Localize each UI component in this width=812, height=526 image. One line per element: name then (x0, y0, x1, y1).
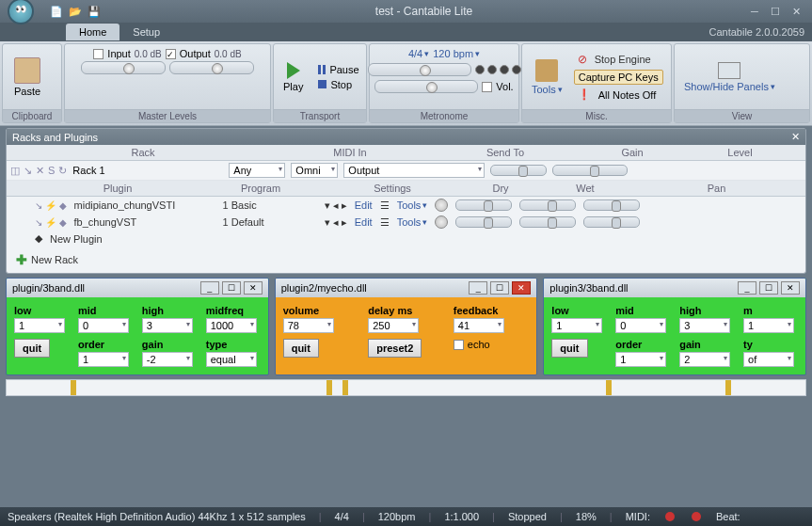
value-combo[interactable]: 1 (14, 318, 65, 333)
edit-link[interactable]: Edit (355, 216, 373, 228)
vol-check[interactable] (482, 82, 492, 92)
knob[interactable] (435, 199, 448, 212)
pan-slider[interactable] (583, 199, 640, 211)
new-rack-button[interactable]: ✚New Rack (7, 247, 805, 273)
tab-home[interactable]: Home (66, 24, 119, 40)
timeline[interactable] (6, 379, 806, 396)
close-icon[interactable]: ✕ (781, 281, 800, 295)
sendto-combo[interactable]: Output (343, 163, 485, 178)
minimize-icon[interactable]: ─ (746, 4, 763, 19)
metro-slider[interactable] (368, 63, 471, 76)
value-combo[interactable]: 0 (78, 318, 129, 333)
plugin-windows: plugin/3band.dll_☐✕low1mid0high3midfreq1… (6, 278, 806, 375)
panel-close-icon[interactable]: ✕ (791, 131, 800, 143)
value-combo[interactable]: 0 (615, 318, 666, 333)
plugin-row[interactable]: ↘ ⚡ ◆midipiano_chungVSTI1 Basic▾ ◂ ▸Edit… (7, 197, 805, 214)
tools-button[interactable]: Tools (526, 57, 568, 97)
tab-setup[interactable]: Setup (119, 24, 173, 40)
dry-slider[interactable] (455, 216, 512, 228)
audio-device: Speakers (Realtek High Definition Audio)… (8, 511, 306, 522)
value-combo[interactable]: -2 (142, 352, 193, 367)
quit-button[interactable]: quit (283, 339, 319, 358)
field: high3 (142, 305, 197, 333)
value-combo[interactable]: 1 (551, 318, 602, 333)
value-combo[interactable]: 78 (283, 318, 334, 333)
maximize-icon[interactable]: ☐ (222, 281, 241, 295)
field: high3 (679, 305, 734, 333)
capture-keys-button[interactable]: Capture PC Keys (574, 70, 663, 85)
value-combo[interactable]: 1 (78, 352, 129, 367)
pwin-title[interactable]: plugin2/myecho.dll_☐✕ (276, 279, 537, 297)
rack-row-icons[interactable]: ◫↘✕S↻ (10, 165, 67, 177)
midi-in-combo[interactable]: Any (229, 163, 285, 178)
knob[interactable] (435, 215, 448, 229)
echo-check[interactable] (454, 340, 464, 350)
save-icon[interactable]: 💾 (87, 4, 102, 19)
panels-button[interactable]: Show/Hide Panels (678, 60, 781, 94)
paste-button[interactable]: Paste (7, 57, 48, 97)
quit-button[interactable]: quit (551, 339, 587, 358)
tools-link[interactable]: Tools (397, 216, 428, 228)
close-icon[interactable]: ✕ (512, 281, 531, 295)
level-meter (552, 165, 628, 176)
midi-led (665, 512, 675, 521)
minimize-icon[interactable]: _ (738, 281, 756, 295)
pwin-title[interactable]: plugin3/3band.dll_☐✕ (544, 279, 805, 297)
rack-columns: Rack MIDI In Send To Gain Level (7, 145, 805, 161)
close-icon[interactable]: ✕ (788, 4, 804, 19)
output-slider[interactable] (169, 61, 254, 74)
rack-row[interactable]: ◫↘✕S↻ Rack 1 Any Omni Output (7, 161, 805, 181)
value-combo[interactable]: 1 (615, 352, 666, 367)
pan-slider[interactable] (583, 216, 640, 228)
value-combo[interactable]: 250 (368, 318, 419, 333)
input-check[interactable] (93, 49, 103, 59)
play-button[interactable]: Play (278, 60, 309, 94)
pause-button[interactable]: Pause (314, 63, 362, 76)
preset2-button[interactable]: preset2 (368, 339, 422, 358)
value-combo[interactable]: 1 (743, 318, 794, 333)
dry-slider[interactable] (455, 199, 512, 211)
value-combo[interactable]: 1000 (206, 318, 257, 333)
wet-slider[interactable] (519, 199, 576, 211)
value-combo[interactable]: of (743, 352, 794, 367)
quit-button[interactable]: quit (14, 339, 50, 358)
tools-link[interactable]: Tools (397, 199, 428, 211)
field: order1 (615, 339, 670, 367)
gain-slider[interactable] (490, 165, 547, 176)
pwin-title[interactable]: plugin/3band.dll_☐✕ (7, 279, 268, 297)
maximize-icon[interactable]: ☐ (490, 281, 509, 295)
plugin-window: plugin/3band.dll_☐✕low1mid0high3midfreq1… (6, 278, 269, 375)
metro-vol-slider[interactable] (374, 80, 478, 93)
field: low1 (14, 305, 69, 333)
minimize-icon[interactable]: _ (200, 281, 219, 295)
edit-link[interactable]: Edit (355, 199, 373, 211)
output-check[interactable] (166, 49, 176, 59)
all-notes-off-button[interactable]: All Notes Off (574, 88, 663, 102)
maximize-icon[interactable]: ☐ (767, 4, 784, 19)
plugin-row[interactable]: ↘ ⚡ ◆fb_chungVST1 Default▾ ◂ ▸Edit☰Tools (7, 214, 805, 231)
open-icon[interactable]: 📂 (68, 4, 83, 19)
minimize-icon[interactable]: _ (469, 281, 487, 295)
field: typeequal (206, 339, 261, 367)
value-combo[interactable]: equal (206, 352, 257, 367)
value-combo[interactable]: 41 (454, 318, 504, 333)
stop-engine-button[interactable]: Stop Engine (574, 52, 663, 67)
group-metronome: 4/4120 bpm Vol. Metronome (369, 43, 519, 123)
close-icon[interactable]: ✕ (244, 281, 263, 295)
value-combo[interactable]: 3 (679, 318, 730, 333)
input-slider[interactable] (81, 61, 166, 74)
maximize-icon[interactable]: ☐ (759, 281, 778, 295)
status-bar: Speakers (Realtek High Definition Audio)… (0, 507, 812, 526)
wet-slider[interactable] (519, 216, 576, 228)
midi-ch-combo[interactable]: Omni (291, 163, 338, 178)
pause-icon (318, 65, 326, 74)
value-combo[interactable]: 2 (679, 352, 730, 367)
new-icon[interactable]: 📄 (49, 4, 64, 19)
field: quit (551, 339, 606, 367)
stop-button[interactable]: Stop (314, 78, 362, 91)
new-plugin-row[interactable]: ◆New Plugin (7, 231, 805, 247)
value-combo[interactable]: 3 (142, 318, 193, 333)
tempo-select[interactable]: 120 bpm (433, 48, 480, 59)
field: low1 (551, 305, 606, 333)
timesig-select[interactable]: 4/4 (408, 48, 429, 59)
